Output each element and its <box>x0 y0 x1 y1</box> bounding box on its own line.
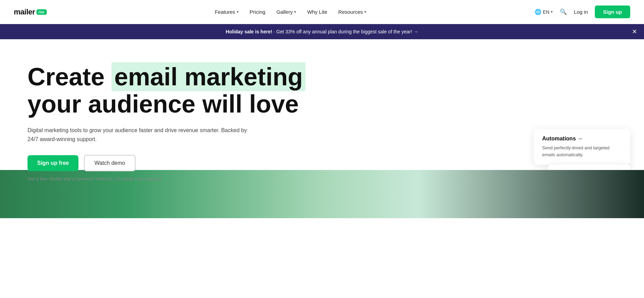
nav-links: Features ▾ Pricing Gallery ▾ Why Lite Re… <box>215 9 366 15</box>
promo-banner: Holiday sale is here! · Get 33% off any … <box>0 24 644 39</box>
globe-icon: 🌐 <box>535 9 541 15</box>
page-wrapper: Create email marketing your audience wil… <box>0 39 644 218</box>
chevron-down-icon: ▾ <box>294 10 296 14</box>
hero-subheadline: Digital marketing tools to grow your aud… <box>28 126 251 143</box>
search-button[interactable]: 🔍 <box>560 8 567 15</box>
chevron-down-icon: ▾ <box>551 10 553 14</box>
logo[interactable]: mailer lite <box>14 8 47 17</box>
banner-close-button[interactable]: ✕ <box>632 28 637 35</box>
hero-content: Create email marketing your audience wil… <box>28 63 616 181</box>
logo-badge: lite <box>36 9 47 15</box>
nav-right: 🌐 EN ▾ 🔍 Log in Sign up <box>535 6 630 18</box>
watch-demo-button[interactable]: Watch demo <box>84 155 135 171</box>
navigation: mailer lite Features ▾ Pricing Gallery ▾… <box>0 0 644 24</box>
hero-note: Get a free 30-day trial of premium featu… <box>28 176 616 181</box>
hero-headline: Create email marketing your audience wil… <box>28 63 337 118</box>
headline-highlight: email marketing <box>111 62 305 91</box>
nav-features[interactable]: Features ▾ <box>215 9 238 15</box>
language-selector[interactable]: 🌐 EN ▾ <box>535 9 553 15</box>
chevron-down-icon: ▾ <box>364 10 366 14</box>
hero-buttons: Sign up free Watch demo <box>28 155 616 171</box>
chevron-down-icon: ▾ <box>237 10 239 14</box>
login-button[interactable]: Log in <box>574 9 588 15</box>
logo-text: mailer <box>14 8 35 17</box>
nav-resources[interactable]: Resources ▾ <box>338 9 366 15</box>
banner-text: Holiday sale is here! · Get 33% off any … <box>226 29 418 34</box>
hero-section: Create email marketing your audience wil… <box>0 39 644 218</box>
signup-button[interactable]: Sign up <box>595 6 630 18</box>
signup-free-button[interactable]: Sign up free <box>28 155 78 171</box>
nav-why-lite[interactable]: Why Lite <box>307 9 327 15</box>
nav-gallery[interactable]: Gallery ▾ <box>276 9 296 15</box>
nav-pricing[interactable]: Pricing <box>250 9 266 15</box>
